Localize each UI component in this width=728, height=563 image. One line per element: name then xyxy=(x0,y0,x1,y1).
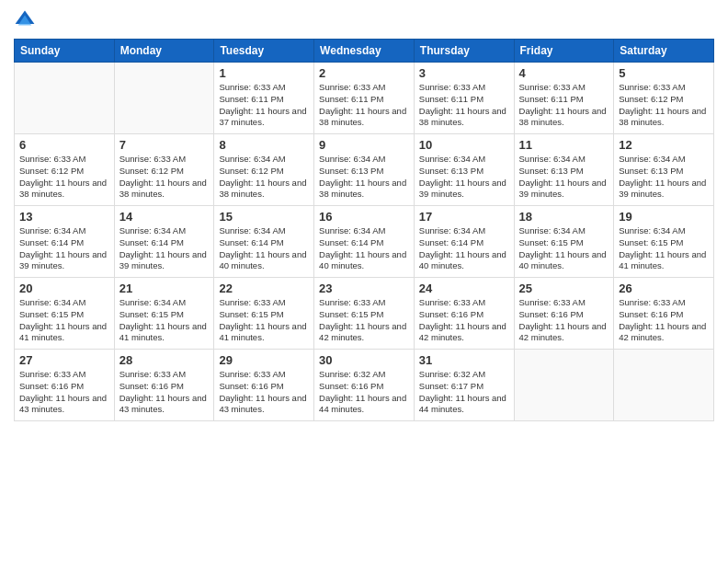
day-info: Sunrise: 6:34 AMSunset: 6:15 PMDaylight:… xyxy=(119,297,210,344)
day-number: 9 xyxy=(319,138,409,152)
day-info: Sunrise: 6:33 AMSunset: 6:15 PMDaylight:… xyxy=(319,297,409,344)
header xyxy=(14,9,714,31)
day-number: 5 xyxy=(619,66,709,80)
calendar-cell: 11Sunrise: 6:34 AMSunset: 6:13 PMDayligh… xyxy=(514,134,614,206)
calendar-cell: 30Sunrise: 6:32 AMSunset: 6:16 PMDayligh… xyxy=(314,350,415,421)
day-number: 1 xyxy=(219,66,309,80)
day-info: Sunrise: 6:34 AMSunset: 6:15 PMDaylight:… xyxy=(619,225,709,272)
day-info: Sunrise: 6:33 AMSunset: 6:16 PMDaylight:… xyxy=(619,297,709,344)
day-info: Sunrise: 6:34 AMSunset: 6:15 PMDaylight:… xyxy=(19,297,109,344)
calendar-week-5: 27Sunrise: 6:33 AMSunset: 6:16 PMDayligh… xyxy=(15,350,714,421)
day-number: 8 xyxy=(219,138,309,152)
calendar-cell: 24Sunrise: 6:33 AMSunset: 6:16 PMDayligh… xyxy=(414,278,514,350)
day-info: Sunrise: 6:34 AMSunset: 6:14 PMDaylight:… xyxy=(219,225,309,272)
day-number: 27 xyxy=(19,353,109,367)
calendar-cell: 5Sunrise: 6:33 AMSunset: 6:12 PMDaylight… xyxy=(614,63,714,134)
day-number: 20 xyxy=(19,282,109,295)
calendar-table: Sunday Monday Tuesday Wednesday Thursday… xyxy=(14,39,714,421)
day-number: 28 xyxy=(119,353,210,367)
calendar-cell xyxy=(614,350,714,421)
day-number: 2 xyxy=(319,66,409,80)
day-info: Sunrise: 6:33 AMSunset: 6:12 PMDaylight:… xyxy=(119,154,210,201)
col-sunday: Sunday xyxy=(15,40,115,63)
calendar-cell: 6Sunrise: 6:33 AMSunset: 6:12 PMDaylight… xyxy=(15,134,115,206)
day-info: Sunrise: 6:33 AMSunset: 6:16 PMDaylight:… xyxy=(119,369,210,416)
calendar-cell: 1Sunrise: 6:33 AMSunset: 6:11 PMDaylight… xyxy=(214,63,314,134)
day-number: 4 xyxy=(519,66,609,80)
day-number: 24 xyxy=(419,282,509,295)
col-saturday: Saturday xyxy=(614,40,714,63)
calendar-cell: 25Sunrise: 6:33 AMSunset: 6:16 PMDayligh… xyxy=(514,278,614,350)
day-number: 12 xyxy=(619,138,709,152)
day-info: Sunrise: 6:34 AMSunset: 6:14 PMDaylight:… xyxy=(19,225,109,272)
col-wednesday: Wednesday xyxy=(314,40,415,63)
calendar-cell: 14Sunrise: 6:34 AMSunset: 6:14 PMDayligh… xyxy=(114,206,214,278)
day-info: Sunrise: 6:34 AMSunset: 6:15 PMDaylight:… xyxy=(519,225,609,272)
day-info: Sunrise: 6:34 AMSunset: 6:13 PMDaylight:… xyxy=(319,154,409,201)
day-info: Sunrise: 6:33 AMSunset: 6:11 PMDaylight:… xyxy=(219,82,309,129)
day-info: Sunrise: 6:34 AMSunset: 6:13 PMDaylight:… xyxy=(519,154,609,201)
day-info: Sunrise: 6:33 AMSunset: 6:12 PMDaylight:… xyxy=(19,154,109,201)
day-info: Sunrise: 6:33 AMSunset: 6:16 PMDaylight:… xyxy=(519,297,609,344)
header-row: Sunday Monday Tuesday Wednesday Thursday… xyxy=(15,40,714,63)
day-number: 14 xyxy=(119,210,210,224)
day-number: 18 xyxy=(519,210,609,224)
calendar-week-1: 1Sunrise: 6:33 AMSunset: 6:11 PMDaylight… xyxy=(15,63,714,134)
day-number: 31 xyxy=(419,353,509,367)
calendar-cell: 20Sunrise: 6:34 AMSunset: 6:15 PMDayligh… xyxy=(15,278,115,350)
day-number: 7 xyxy=(119,138,210,152)
calendar-cell: 15Sunrise: 6:34 AMSunset: 6:14 PMDayligh… xyxy=(214,206,314,278)
day-number: 17 xyxy=(419,210,509,224)
calendar-cell: 28Sunrise: 6:33 AMSunset: 6:16 PMDayligh… xyxy=(114,350,214,421)
calendar-cell: 18Sunrise: 6:34 AMSunset: 6:15 PMDayligh… xyxy=(514,206,614,278)
calendar-cell: 12Sunrise: 6:34 AMSunset: 6:13 PMDayligh… xyxy=(614,134,714,206)
day-info: Sunrise: 6:34 AMSunset: 6:14 PMDaylight:… xyxy=(119,225,210,272)
day-number: 10 xyxy=(419,138,509,152)
calendar-cell: 27Sunrise: 6:33 AMSunset: 6:16 PMDayligh… xyxy=(15,350,115,421)
day-info: Sunrise: 6:32 AMSunset: 6:16 PMDaylight:… xyxy=(319,369,409,416)
calendar-cell: 9Sunrise: 6:34 AMSunset: 6:13 PMDaylight… xyxy=(314,134,415,206)
calendar-cell: 8Sunrise: 6:34 AMSunset: 6:12 PMDaylight… xyxy=(214,134,314,206)
calendar-cell: 22Sunrise: 6:33 AMSunset: 6:15 PMDayligh… xyxy=(214,278,314,350)
calendar-cell xyxy=(15,63,115,134)
day-number: 3 xyxy=(419,66,509,80)
day-number: 29 xyxy=(219,353,309,367)
calendar-cell: 19Sunrise: 6:34 AMSunset: 6:15 PMDayligh… xyxy=(614,206,714,278)
calendar-cell: 2Sunrise: 6:33 AMSunset: 6:11 PMDaylight… xyxy=(314,63,415,134)
day-number: 15 xyxy=(219,210,309,224)
day-info: Sunrise: 6:34 AMSunset: 6:13 PMDaylight:… xyxy=(419,154,509,201)
calendar-cell: 10Sunrise: 6:34 AMSunset: 6:13 PMDayligh… xyxy=(414,134,514,206)
day-number: 23 xyxy=(319,282,409,295)
day-info: Sunrise: 6:33 AMSunset: 6:11 PMDaylight:… xyxy=(419,82,509,129)
day-number: 16 xyxy=(319,210,409,224)
day-number: 6 xyxy=(19,138,109,152)
day-info: Sunrise: 6:33 AMSunset: 6:12 PMDaylight:… xyxy=(619,82,709,129)
day-number: 26 xyxy=(619,282,709,295)
calendar-week-2: 6Sunrise: 6:33 AMSunset: 6:12 PMDaylight… xyxy=(15,134,714,206)
calendar-cell: 13Sunrise: 6:34 AMSunset: 6:14 PMDayligh… xyxy=(15,206,115,278)
calendar-cell: 7Sunrise: 6:33 AMSunset: 6:12 PMDaylight… xyxy=(114,134,214,206)
day-number: 25 xyxy=(519,282,609,295)
day-number: 11 xyxy=(519,138,609,152)
logo xyxy=(14,9,40,31)
day-info: Sunrise: 6:33 AMSunset: 6:16 PMDaylight:… xyxy=(19,369,109,416)
calendar-cell: 3Sunrise: 6:33 AMSunset: 6:11 PMDaylight… xyxy=(414,63,514,134)
day-number: 30 xyxy=(319,353,409,367)
col-friday: Friday xyxy=(514,40,614,63)
calendar-cell xyxy=(114,63,214,134)
day-info: Sunrise: 6:34 AMSunset: 6:14 PMDaylight:… xyxy=(419,225,509,272)
calendar-cell: 23Sunrise: 6:33 AMSunset: 6:15 PMDayligh… xyxy=(314,278,415,350)
calendar-cell xyxy=(514,350,614,421)
calendar-cell: 17Sunrise: 6:34 AMSunset: 6:14 PMDayligh… xyxy=(414,206,514,278)
page: Sunday Monday Tuesday Wednesday Thursday… xyxy=(0,0,728,563)
col-monday: Monday xyxy=(114,40,214,63)
day-number: 19 xyxy=(619,210,709,224)
day-info: Sunrise: 6:33 AMSunset: 6:16 PMDaylight:… xyxy=(219,369,309,416)
day-info: Sunrise: 6:34 AMSunset: 6:13 PMDaylight:… xyxy=(619,154,709,201)
day-info: Sunrise: 6:34 AMSunset: 6:12 PMDaylight:… xyxy=(219,154,309,201)
calendar-cell: 21Sunrise: 6:34 AMSunset: 6:15 PMDayligh… xyxy=(114,278,214,350)
day-number: 13 xyxy=(19,210,109,224)
calendar-cell: 29Sunrise: 6:33 AMSunset: 6:16 PMDayligh… xyxy=(214,350,314,421)
col-thursday: Thursday xyxy=(414,40,514,63)
calendar-cell: 16Sunrise: 6:34 AMSunset: 6:14 PMDayligh… xyxy=(314,206,415,278)
